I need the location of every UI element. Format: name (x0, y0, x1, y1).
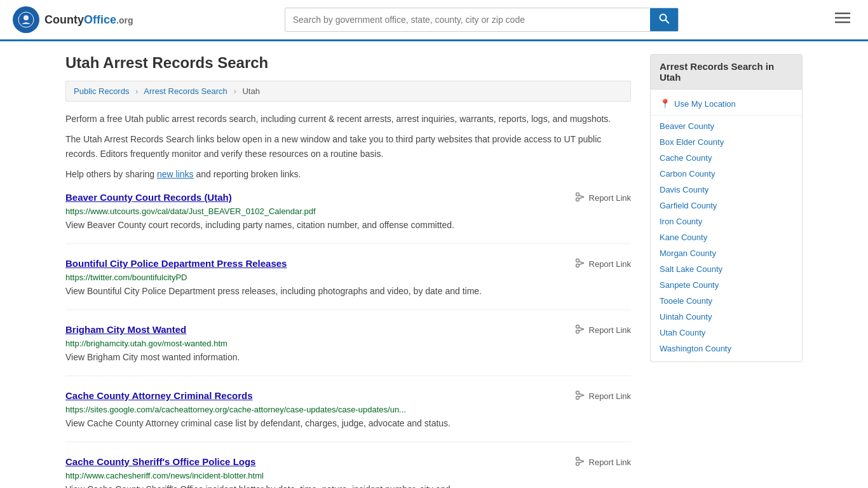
report-link[interactable]: Report Link (575, 324, 631, 336)
description-2: The Utah Arrest Records Search links bel… (65, 132, 631, 161)
record-title[interactable]: Beaver County Court Records (Utah) (65, 192, 232, 203)
use-my-location-label: Use My Location (674, 99, 736, 109)
svg-line-18 (579, 329, 584, 331)
svg-point-11 (576, 259, 579, 262)
scissors-icon (575, 192, 585, 204)
record-title[interactable]: Cache County Attorney Criminal Records (65, 390, 253, 401)
search-button[interactable] (650, 8, 678, 31)
sidebar-county-item[interactable]: Davis County (651, 182, 802, 198)
location-pin-icon: 📍 (660, 98, 670, 109)
sidebar-county-item[interactable]: Tooele County (651, 293, 802, 309)
breadcrumb-arrest-records[interactable]: Arrest Records Search (144, 86, 227, 96)
sidebar-county-item[interactable]: Garfield County (651, 198, 802, 214)
record-url: https://sites.google.com/a/cacheattorney… (65, 405, 631, 414)
svg-point-20 (576, 396, 579, 399)
sidebar-county-item[interactable]: Kane County (651, 229, 802, 245)
desc3-post: and reporting broken links. (194, 169, 301, 179)
sidebar-county-item[interactable]: Cache County (651, 150, 802, 166)
use-my-location[interactable]: 📍 Use My Location (651, 95, 802, 112)
record-desc: View Cache County Attorney criminal case… (65, 417, 631, 430)
report-link-label: Report Link (589, 458, 631, 467)
sidebar-divider (651, 115, 802, 116)
record-desc: View Bountiful City Police Department pr… (65, 285, 631, 298)
menu-button[interactable] (830, 9, 855, 30)
svg-point-23 (576, 457, 579, 460)
svg-point-24 (576, 462, 579, 465)
report-link-label: Report Link (589, 259, 631, 269)
logo-text: CountyOffice.org (44, 13, 133, 27)
record-desc: View Cache County Sheriff's Office incid… (65, 483, 631, 488)
sidebar-counties: Beaver CountyBox Elder CountyCache Count… (651, 118, 802, 356)
site-header: CountyOffice.org (0, 0, 868, 41)
page-title: Utah Arrest Records Search (65, 54, 631, 72)
report-link[interactable]: Report Link (575, 456, 631, 468)
sidebar-county-item[interactable]: Iron County (651, 214, 802, 229)
records-list: Beaver County Court Records (Utah) Repor… (65, 192, 631, 488)
svg-point-16 (576, 330, 579, 333)
record-item: Bountiful City Police Department Press R… (65, 258, 631, 310)
breadcrumb-utah: Utah (242, 86, 259, 96)
report-link-label: Report Link (589, 325, 631, 335)
search-input[interactable] (285, 10, 650, 30)
record-title[interactable]: Bountiful City Police Department Press R… (65, 258, 287, 269)
sidebar-county-item[interactable]: Box Elder County (651, 134, 802, 150)
svg-point-12 (576, 264, 579, 267)
record-header: Cache County Sheriff's Office Police Log… (65, 456, 631, 468)
svg-point-8 (576, 198, 579, 201)
scissors-icon (575, 456, 585, 468)
svg-point-1 (24, 15, 29, 20)
sidebar-county-item[interactable]: Beaver County (651, 118, 802, 134)
record-header: Brigham City Most Wanted Report Link (65, 324, 631, 336)
svg-line-10 (579, 197, 584, 199)
sidebar-content: 📍 Use My Location Beaver CountyBox Elder… (651, 90, 802, 362)
new-links-link[interactable]: new links (157, 169, 194, 179)
logo-area: CountyOffice.org (13, 6, 133, 33)
svg-point-7 (576, 193, 579, 196)
description-3: Help others by sharing new links and rep… (65, 167, 631, 181)
record-header: Beaver County Court Records (Utah) Repor… (65, 192, 631, 204)
report-link[interactable]: Report Link (575, 258, 631, 270)
description-1: Perform a free Utah public arrest record… (65, 112, 631, 126)
scissors-icon (575, 258, 585, 270)
record-header: Cache County Attorney Criminal Records R… (65, 390, 631, 402)
scissors-icon (575, 324, 585, 336)
record-url: https://www.utcourts.gov/cal/data/Just_B… (65, 207, 631, 216)
svg-point-15 (576, 325, 579, 328)
svg-line-26 (579, 461, 584, 463)
sidebar-box: Arrest Records Search in Utah 📍 Use My L… (650, 54, 803, 362)
record-url: https://twitter.com/bountifulcityPD (65, 273, 631, 282)
record-title[interactable]: Brigham City Most Wanted (65, 324, 186, 335)
sidebar-county-item[interactable]: Uintah County (651, 309, 802, 325)
record-title[interactable]: Cache County Sheriff's Office Police Log… (65, 456, 255, 467)
sidebar-county-item[interactable]: Morgan County (651, 245, 802, 261)
record-desc: View Brigham City most wanted informatio… (65, 351, 631, 364)
svg-point-19 (576, 391, 579, 394)
search-bar (285, 8, 679, 32)
breadcrumb-sep-1: › (135, 86, 138, 96)
logo-icon (13, 6, 39, 33)
record-item: Brigham City Most Wanted Report Link htt… (65, 324, 631, 376)
sidebar: Arrest Records Search in Utah 📍 Use My L… (650, 54, 803, 488)
main-container: Utah Arrest Records Search Public Record… (53, 41, 815, 488)
sidebar-county-item[interactable]: Salt Lake County (651, 261, 802, 277)
report-link-label: Report Link (589, 193, 631, 203)
sidebar-county-item[interactable]: Utah County (651, 325, 802, 341)
report-link-label: Report Link (589, 391, 631, 401)
breadcrumb-public-records[interactable]: Public Records (74, 86, 129, 96)
record-item: Cache County Sheriff's Office Police Log… (65, 456, 631, 488)
svg-line-22 (579, 395, 584, 397)
sidebar-county-item[interactable]: Sanpete County (651, 277, 802, 293)
record-item: Cache County Attorney Criminal Records R… (65, 390, 631, 442)
content-area: Utah Arrest Records Search Public Record… (65, 54, 631, 488)
sidebar-county-item[interactable]: Carbon County (651, 166, 802, 182)
report-link[interactable]: Report Link (575, 390, 631, 402)
report-link[interactable]: Report Link (575, 192, 631, 204)
record-header: Bountiful City Police Department Press R… (65, 258, 631, 270)
svg-line-14 (579, 263, 584, 265)
record-item: Beaver County Court Records (Utah) Repor… (65, 192, 631, 244)
record-url: http://www.cachesheriff.com/news/inciden… (65, 471, 631, 480)
breadcrumb: Public Records › Arrest Records Search ›… (65, 81, 631, 102)
record-desc: View Beaver County court records, includ… (65, 219, 631, 232)
svg-line-3 (665, 20, 668, 24)
sidebar-county-item[interactable]: Washington County (651, 341, 802, 356)
